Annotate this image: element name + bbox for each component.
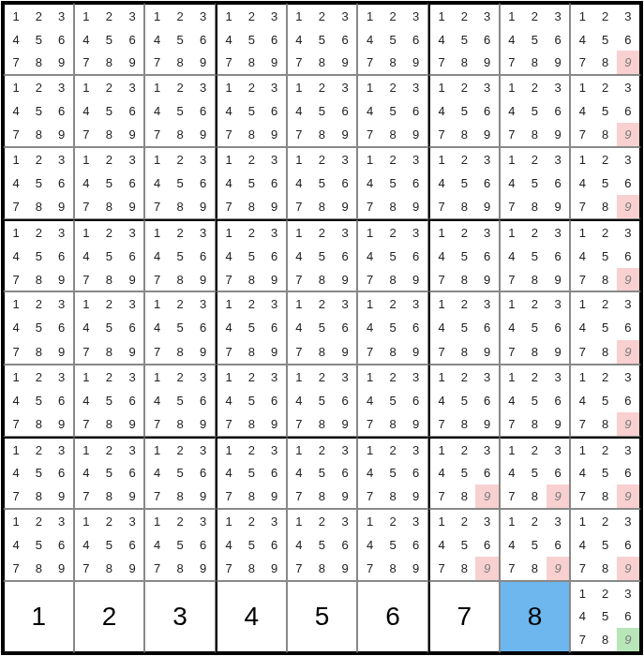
candidate-2[interactable]: 2 [27,221,50,245]
candidate-2[interactable]: 2 [169,221,192,245]
candidate-3[interactable]: 3 [191,510,215,533]
candidate-9[interactable]: 9 [121,485,144,508]
cell-r9-c1[interactable]: 1 [3,581,74,653]
candidate-4[interactable]: 4 [501,316,524,339]
candidate-7[interactable]: 7 [430,485,453,508]
candidate-2[interactable]: 2 [97,292,121,316]
candidate-4[interactable]: 4 [75,28,98,52]
candidate-4[interactable]: 4 [358,171,382,195]
candidate-8[interactable]: 8 [27,268,50,291]
candidate-5[interactable]: 5 [310,533,334,557]
candidate-8[interactable]: 8 [382,268,405,291]
candidate-5[interactable]: 5 [382,171,405,195]
candidate-8[interactable]: 8 [169,123,192,146]
candidate-5[interactable]: 5 [523,316,547,339]
candidate-7[interactable]: 7 [75,268,98,291]
candidate-5[interactable]: 5 [453,171,475,195]
candidate-9[interactable]: 9 [547,268,570,291]
candidate-6[interactable]: 6 [191,461,215,485]
candidate-5[interactable]: 5 [169,245,192,268]
candidate-8[interactable]: 8 [523,51,547,74]
cell-r1-c9[interactable]: 123456789 [570,3,641,75]
candidate-4[interactable]: 4 [288,461,311,485]
candidate-1[interactable]: 1 [75,365,98,389]
candidate-8[interactable]: 8 [594,412,617,436]
candidate-1[interactable]: 1 [501,5,524,28]
candidate-4[interactable]: 4 [288,316,311,339]
cell-r2-c1[interactable]: 123456789 [3,75,74,147]
candidate-2[interactable]: 2 [382,365,405,389]
candidate-6[interactable]: 6 [50,28,72,52]
candidate-5[interactable]: 5 [97,316,121,339]
candidate-7[interactable]: 7 [358,123,382,146]
candidate-3[interactable]: 3 [121,292,144,316]
candidate-4[interactable]: 4 [145,171,169,195]
candidate-5[interactable]: 5 [382,28,405,52]
cell-r8-c3[interactable]: 123456789 [144,509,216,581]
candidate-6[interactable]: 6 [475,389,498,412]
candidate-3[interactable]: 3 [50,292,72,316]
candidate-1[interactable]: 1 [571,221,593,245]
candidate-2[interactable]: 2 [453,439,475,462]
candidate-1[interactable]: 1 [217,148,240,171]
candidate-8[interactable]: 8 [97,557,121,580]
candidate-6[interactable]: 6 [50,533,72,557]
candidate-1[interactable]: 1 [75,221,98,245]
candidate-2[interactable]: 2 [310,510,334,533]
cell-r1-c2[interactable]: 123456789 [74,3,145,75]
candidate-8[interactable]: 8 [523,123,547,146]
cell-r7-c1[interactable]: 123456789 [3,437,74,509]
candidate-1[interactable]: 1 [145,439,169,462]
candidate-2[interactable]: 2 [594,221,617,245]
candidate-2[interactable]: 2 [382,5,405,28]
candidate-7[interactable]: 7 [571,268,593,291]
candidate-9[interactable]: 9 [617,340,639,364]
candidate-8[interactable]: 8 [594,51,617,74]
candidate-9[interactable]: 9 [50,195,72,218]
candidate-7[interactable]: 7 [358,268,382,291]
candidate-2[interactable]: 2 [594,582,617,605]
cell-r5-c3[interactable]: 123456789 [144,291,216,364]
candidate-9[interactable]: 9 [50,268,72,291]
candidate-9[interactable]: 9 [50,485,72,508]
candidate-4[interactable]: 4 [145,316,169,339]
candidate-1[interactable]: 1 [430,5,453,28]
candidate-4[interactable]: 4 [145,28,169,52]
candidate-8[interactable]: 8 [97,412,121,436]
candidate-1[interactable]: 1 [217,365,240,389]
candidate-6[interactable]: 6 [617,389,639,412]
candidate-9[interactable]: 9 [334,268,357,291]
candidate-3[interactable]: 3 [404,148,427,171]
candidate-5[interactable]: 5 [523,245,547,268]
candidate-4[interactable]: 4 [501,389,524,412]
candidate-2[interactable]: 2 [382,439,405,462]
candidate-1[interactable]: 1 [358,365,382,389]
candidate-2[interactable]: 2 [169,510,192,533]
candidate-1[interactable]: 1 [75,148,98,171]
candidate-4[interactable]: 4 [5,533,27,557]
cell-r5-c4[interactable]: 123456789 [216,291,287,364]
candidate-3[interactable]: 3 [475,292,498,316]
candidate-5[interactable]: 5 [523,99,547,123]
cell-r1-c8[interactable]: 123456789 [500,3,571,75]
candidate-9[interactable]: 9 [191,268,215,291]
candidate-8[interactable]: 8 [169,268,192,291]
candidate-1[interactable]: 1 [571,292,593,316]
candidate-5[interactable]: 5 [240,461,262,485]
candidate-7[interactable]: 7 [145,51,169,74]
candidate-9[interactable]: 9 [191,123,215,146]
cell-r9-c2[interactable]: 2 [74,581,145,653]
candidate-5[interactable]: 5 [594,28,617,52]
candidate-8[interactable]: 8 [240,557,262,580]
candidate-2[interactable]: 2 [523,76,547,99]
cell-r6-c5[interactable]: 123456789 [287,365,358,437]
candidate-3[interactable]: 3 [50,221,72,245]
candidate-2[interactable]: 2 [594,5,617,28]
candidate-5[interactable]: 5 [453,389,475,412]
candidate-7[interactable]: 7 [501,123,524,146]
candidate-6[interactable]: 6 [334,389,357,412]
candidate-2[interactable]: 2 [169,76,192,99]
candidate-1[interactable]: 1 [501,221,524,245]
candidate-3[interactable]: 3 [262,292,285,316]
candidate-7[interactable]: 7 [571,628,593,651]
